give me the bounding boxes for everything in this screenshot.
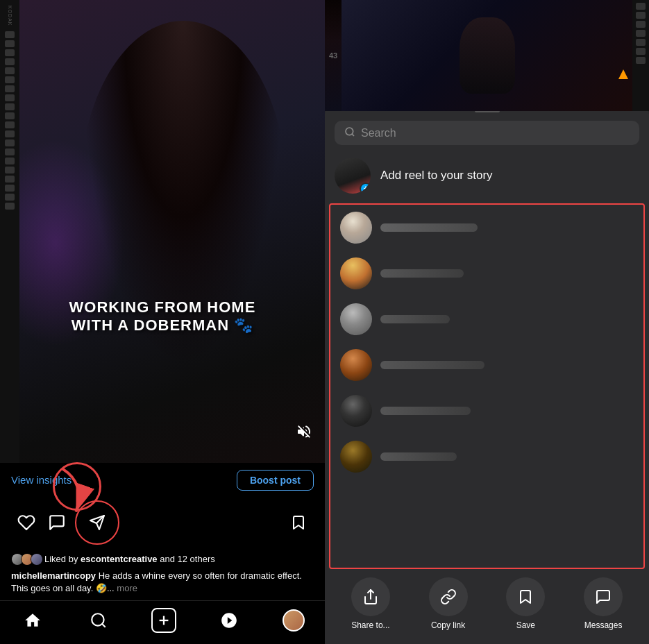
contact-avatar-3 (340, 303, 372, 335)
search-bar[interactable]: Search (335, 121, 639, 145)
film-hole (5, 158, 15, 164)
left-panel: KODAK WORKING FROM HOME WITH A DOBERMAN … (0, 0, 325, 644)
save-button[interactable]: Save (506, 577, 545, 630)
contact-name-1 (380, 223, 478, 232)
copy-link-icon (429, 577, 468, 616)
contact-item[interactable] (330, 296, 643, 342)
bottom-actions: Share to... Copy link (325, 569, 649, 644)
contact-name-6 (380, 452, 457, 461)
contact-item[interactable] (330, 388, 643, 434)
liked-text: Liked by escontentcreative and 12 others (44, 554, 215, 564)
contact-avatar-2 (340, 257, 372, 289)
svg-point-3 (92, 613, 103, 625)
right-panel: 43 Search + Add reel to your story (325, 0, 649, 644)
film-hole (5, 149, 15, 155)
film-hole (5, 203, 15, 210)
film-hole (5, 167, 15, 173)
liked-avatars (11, 553, 40, 566)
film-hole (5, 49, 15, 56)
film-hole (5, 185, 15, 192)
contact-item[interactable] (330, 251, 643, 296)
bottom-bar: View insights Boost post (0, 463, 325, 644)
save-icon (506, 577, 545, 616)
add-reel-avatar: + (335, 158, 371, 194)
film-hole (636, 57, 646, 64)
caption-more-link[interactable]: more (117, 583, 137, 593)
nav-add-button[interactable] (151, 608, 176, 633)
contact-avatar-4 (340, 349, 372, 381)
film-hole (5, 139, 15, 146)
film-hole (5, 85, 15, 92)
right-top-video: 43 (325, 0, 649, 111)
contact-name-2 (380, 269, 464, 278)
boost-post-button[interactable]: Boost post (237, 470, 314, 491)
mute-icon[interactable] (296, 423, 315, 443)
share-to-button[interactable]: Share to... (351, 577, 390, 630)
contact-item[interactable] (330, 434, 643, 480)
share-to-icon (351, 577, 390, 616)
like-button[interactable] (11, 507, 42, 538)
messages-icon (584, 577, 623, 616)
film-hole (5, 121, 15, 128)
svg-line-4 (102, 624, 106, 627)
search-input[interactable]: Search (361, 127, 396, 139)
svg-point-7 (346, 128, 353, 135)
svg-line-8 (352, 134, 354, 136)
search-icon (344, 126, 355, 139)
right-video-thumb (342, 0, 632, 111)
film-hole (5, 130, 15, 137)
contact-item[interactable] (330, 342, 643, 388)
film-hole (5, 58, 15, 65)
contact-avatar-5 (340, 395, 372, 427)
film-hole (5, 176, 15, 183)
liked-avatar-3 (31, 553, 43, 566)
film-hole (636, 3, 646, 10)
copy-link-label: Copy link (431, 620, 465, 630)
action-buttons-row: Share to... Copy link (325, 577, 649, 630)
bookmark-button[interactable] (283, 507, 314, 538)
contact-name-5 (380, 407, 471, 415)
share-to-label: Share to... (351, 620, 389, 630)
nav-home-button[interactable] (20, 608, 45, 633)
caption-row: michellemartincopy He adds a whine every… (0, 568, 325, 600)
film-hole (5, 40, 15, 47)
right-film-strip (632, 0, 649, 111)
film-hole (5, 76, 15, 83)
film-hole (5, 94, 15, 101)
film-number: 43 (329, 51, 337, 60)
film-hole (636, 12, 646, 19)
film-hole (5, 112, 15, 119)
film-hole (5, 194, 15, 201)
contact-avatar-6 (340, 441, 372, 473)
person-silhouette (460, 17, 515, 94)
copy-link-button[interactable]: Copy link (429, 577, 468, 630)
film-hole (636, 39, 646, 46)
film-hole (5, 31, 15, 38)
action-icons-row (0, 498, 325, 552)
caption-username[interactable]: michellemartincopy (11, 570, 96, 581)
messages-label: Messages (584, 620, 623, 630)
nav-search-button[interactable] (86, 608, 111, 633)
add-story-plus: + (360, 183, 371, 194)
save-label: Save (516, 620, 535, 630)
nav-reels-button[interactable] (217, 608, 242, 633)
video-overlay-text: WORKING FROM HOME WITH A DOBERMAN 🐾 (65, 298, 260, 335)
film-hole (5, 103, 15, 110)
film-hole (5, 67, 15, 74)
contact-avatar-1 (340, 212, 372, 244)
film-label: KODAK (8, 6, 12, 26)
share-bottom-sheet: Search + Add reel to your story (325, 104, 649, 644)
nav-profile-button[interactable] (283, 609, 305, 632)
film-hole (636, 30, 646, 37)
contact-name-4 (380, 361, 484, 369)
add-reel-row: + Add reel to your story (325, 153, 649, 203)
contact-list[interactable] (329, 203, 645, 569)
messages-button[interactable]: Messages (584, 577, 623, 630)
liked-username[interactable]: escontentcreative (81, 554, 158, 564)
liked-by-row: Liked by escontentcreative and 12 others (0, 552, 325, 568)
orange-triangle-indicator (618, 69, 628, 79)
contact-item[interactable] (330, 205, 643, 251)
nav-bar (0, 600, 325, 644)
add-reel-label[interactable]: Add reel to your story (380, 169, 493, 183)
film-hole (636, 21, 646, 28)
